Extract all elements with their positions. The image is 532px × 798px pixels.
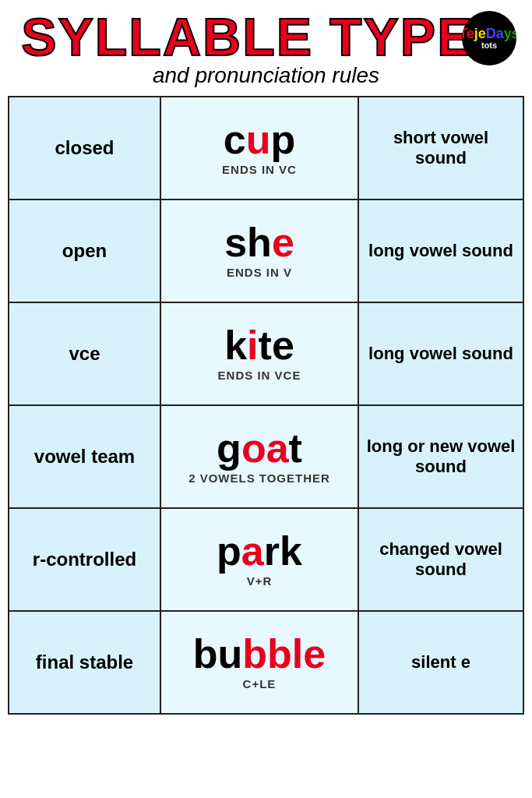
sound-r-controlled: changed vowel sound bbox=[365, 539, 516, 580]
row-final-stable: final stable bubble C+LE silent e bbox=[9, 612, 523, 713]
sound-closed: short vowel sound bbox=[365, 128, 516, 168]
syllable-type-vce: vce bbox=[69, 343, 100, 365]
cell-middle-cup: cup ENDS IN VC bbox=[161, 97, 359, 199]
word-cup: cup bbox=[224, 119, 295, 160]
header: SYLLABLE TYPES and pronunciation rules T… bbox=[8, 8, 524, 93]
cell-middle-bubble: bubble C+LE bbox=[161, 612, 359, 713]
syllable-grid: closed cup ENDS IN VC short vowel sound … bbox=[8, 96, 524, 715]
rule-goat: 2 VOWELS TOGETHER bbox=[188, 471, 330, 485]
logo: TejeDays tots bbox=[462, 11, 516, 65]
word-she: she bbox=[224, 222, 294, 263]
syllable-type-r-controlled: r-controlled bbox=[33, 549, 136, 570]
cell-left-final-stable: final stable bbox=[9, 612, 161, 713]
cell-left-open: open bbox=[9, 200, 161, 302]
syllable-type-open: open bbox=[62, 240, 107, 262]
syllable-type-vowel-team: vowel team bbox=[34, 446, 135, 468]
logo-tots: tots bbox=[462, 41, 516, 50]
cell-right-vowel-team: long or new vowel sound bbox=[359, 406, 523, 507]
page: SYLLABLE TYPES and pronunciation rules T… bbox=[0, 0, 532, 798]
syllable-type-closed: closed bbox=[55, 137, 114, 159]
cell-left-r-controlled: r-controlled bbox=[9, 509, 161, 610]
sound-vce: long vowel sound bbox=[368, 344, 513, 364]
rule-cup: ENDS IN VC bbox=[222, 163, 297, 176]
cell-middle-goat: goat 2 VOWELS TOGETHER bbox=[161, 406, 359, 507]
cell-middle-park: park V+R bbox=[161, 509, 359, 610]
cell-right-closed: short vowel sound bbox=[359, 97, 523, 199]
word-goat: goat bbox=[217, 428, 302, 468]
cell-right-open: long vowel sound bbox=[359, 200, 523, 302]
cell-middle-she: she ENDS IN V bbox=[161, 200, 359, 302]
rule-park: V+R bbox=[247, 574, 273, 588]
row-open: open she ENDS IN V long vowel sound bbox=[9, 200, 523, 303]
word-bubble: bubble bbox=[193, 634, 326, 674]
rule-she: ENDS IN V bbox=[227, 266, 292, 279]
row-closed: closed cup ENDS IN VC short vowel sound bbox=[9, 97, 523, 200]
syllable-type-final-stable: final stable bbox=[36, 651, 133, 673]
cell-middle-kite: kite ENDS IN VCE bbox=[161, 303, 359, 404]
cell-left-vowel-team: vowel team bbox=[9, 406, 161, 507]
word-kite: kite bbox=[224, 325, 294, 365]
row-vce: vce kite ENDS IN VCE long vowel sound bbox=[9, 303, 523, 406]
sound-final-stable: silent e bbox=[411, 652, 470, 673]
cell-right-r-controlled: changed vowel sound bbox=[359, 509, 523, 610]
cell-right-final-stable: silent e bbox=[359, 612, 523, 713]
word-park: park bbox=[217, 531, 302, 571]
sound-vowel-team: long or new vowel sound bbox=[365, 436, 516, 477]
rule-kite: ENDS IN VCE bbox=[218, 369, 301, 382]
sound-open: long vowel sound bbox=[368, 241, 513, 261]
title-sub: and pronunciation rules bbox=[8, 63, 524, 88]
row-vowel-team: vowel team goat 2 VOWELS TOGETHER long o… bbox=[9, 406, 523, 509]
cell-left-vce: vce bbox=[9, 303, 161, 404]
row-r-controlled: r-controlled park V+R changed vowel soun… bbox=[9, 509, 523, 612]
rule-bubble: C+LE bbox=[243, 677, 277, 690]
cell-right-vce: long vowel sound bbox=[359, 303, 523, 404]
cell-left-closed: closed bbox=[9, 97, 161, 199]
title-main: SYLLABLE TYPES bbox=[8, 8, 524, 66]
